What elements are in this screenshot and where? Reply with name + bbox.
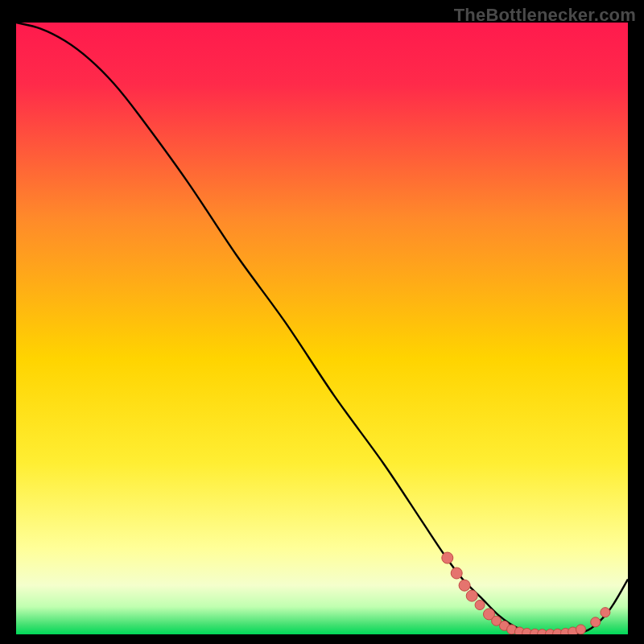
plot-area	[16, 23, 628, 634]
bottleneck-chart	[16, 23, 628, 634]
data-point	[475, 601, 485, 610]
chart-frame: TheBottlenecker.com	[0, 0, 644, 644]
data-point	[601, 608, 610, 617]
data-point	[591, 617, 601, 627]
data-point	[466, 590, 477, 601]
data-point	[576, 625, 585, 634]
data-point	[459, 580, 470, 591]
data-point	[442, 552, 453, 564]
data-point	[451, 568, 462, 579]
gradient-background	[16, 23, 628, 634]
